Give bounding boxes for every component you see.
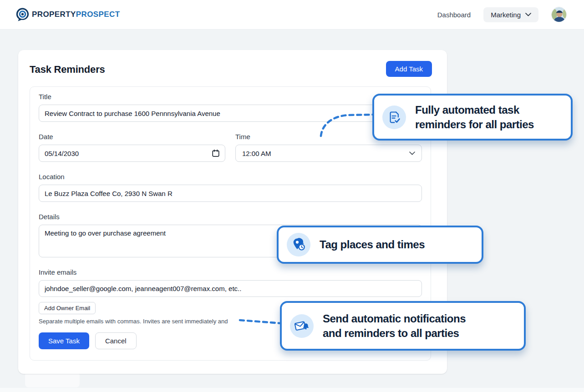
- location-input[interactable]: [39, 185, 422, 202]
- time-select-value: 12:00 AM: [242, 150, 271, 157]
- avatar[interactable]: [551, 7, 567, 22]
- logo-text: PROPERTYPROSPECT: [32, 10, 120, 19]
- marketing-dropdown-label: Marketing: [491, 11, 521, 19]
- callout-text: Tag places and times: [320, 237, 425, 251]
- header-nav: Dashboard Marketing: [437, 7, 567, 22]
- date-input[interactable]: [39, 145, 225, 162]
- logo-text-prospect: PROSPECT: [76, 10, 120, 19]
- invite-emails-field: Invite emails: [39, 268, 422, 297]
- page: PROPERTYPROSPECT Dashboard Marketing: [0, 0, 584, 392]
- add-owner-email-button[interactable]: Add Owner Email: [39, 302, 96, 314]
- callout-automated-reminders: Fully automated task reminders for all p…: [372, 94, 573, 141]
- callout-text: Fully automated task reminders for all p…: [415, 103, 534, 131]
- marketing-dropdown-button[interactable]: Marketing: [483, 7, 538, 22]
- title-input[interactable]: [39, 105, 422, 122]
- callout-icon-circle: [382, 106, 406, 129]
- logo-pin-icon: [16, 7, 29, 22]
- cancel-button[interactable]: Cancel: [95, 332, 137, 349]
- save-task-button[interactable]: Save Task: [39, 332, 89, 349]
- date-time-row: Date Time: [39, 133, 422, 173]
- title-label: Title: [39, 93, 422, 101]
- callout-notifications: Send automatic notifications and reminde…: [280, 301, 526, 351]
- document-check-icon: [387, 111, 401, 124]
- page-title: Task Reminders: [30, 61, 105, 75]
- chevron-down-icon: [525, 13, 531, 16]
- background-ghost-box: [25, 372, 80, 387]
- chevron-down-icon: [409, 151, 415, 155]
- header: PROPERTYPROSPECT Dashboard Marketing: [0, 0, 584, 30]
- title-field: Title: [39, 93, 422, 122]
- details-label: Details: [39, 213, 422, 221]
- location-label: Location: [39, 173, 422, 181]
- avatar-photo: [552, 7, 567, 22]
- envelope-bell-icon: [294, 319, 310, 333]
- background-bottom-strip: [0, 388, 584, 392]
- location-field: Location: [39, 173, 422, 202]
- nav-dashboard-link[interactable]: Dashboard: [437, 11, 471, 19]
- logo-text-property: PROPERTY: [32, 10, 76, 19]
- invite-emails-input[interactable]: [39, 280, 422, 297]
- date-field: Date: [39, 133, 225, 162]
- time-select[interactable]: 12:00 AM: [235, 145, 422, 162]
- calendar-icon[interactable]: [212, 150, 219, 157]
- invite-emails-label: Invite emails: [39, 268, 422, 276]
- callout-tag-places: Tag places and times: [277, 226, 483, 264]
- pin-clock-icon: [291, 237, 306, 252]
- add-task-button[interactable]: Add Task: [386, 61, 432, 77]
- callout-icon-circle: [287, 233, 310, 256]
- card-header: Task Reminders Add Task: [18, 50, 447, 77]
- date-label: Date: [39, 133, 225, 141]
- callout-text: Send automatic notifications and reminde…: [323, 312, 466, 340]
- callout-icon-circle: [290, 314, 314, 338]
- logo: PROPERTYPROSPECT: [16, 7, 120, 22]
